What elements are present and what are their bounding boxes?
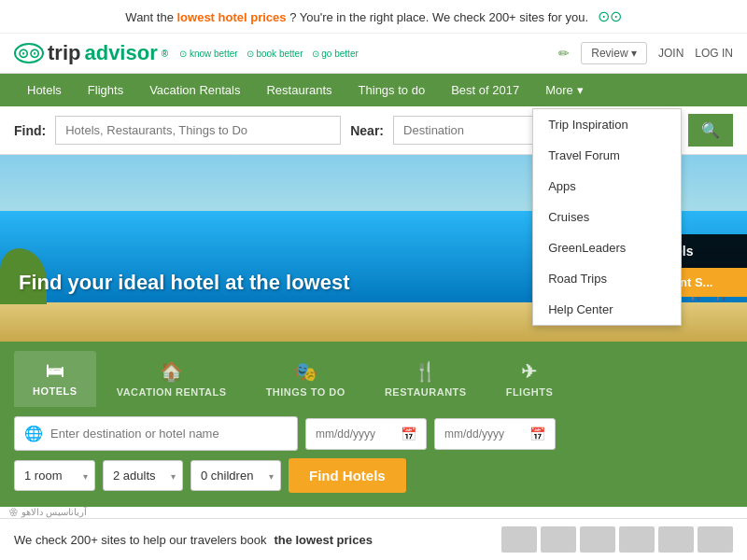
- plane-icon: ✈: [521, 360, 538, 383]
- thumb-1: [501, 526, 537, 553]
- adults-select-wrapper: 1 adult 2 adults 3 adults 4 adults ▾: [103, 460, 183, 491]
- dropdown-road-trips[interactable]: Road Trips: [533, 263, 681, 294]
- tagline-book: ⊙ book better: [247, 49, 303, 59]
- banner-text1: Want the: [125, 10, 176, 24]
- adults-select[interactable]: 1 adult 2 adults 3 adults 4 adults: [103, 460, 183, 491]
- tab-vacation-rentals[interactable]: 🏠 VACATION RENTALS: [98, 351, 246, 407]
- nav-restaurants[interactable]: Restaurants: [253, 74, 345, 106]
- logo-owl-icon: ⊙⊙: [14, 43, 44, 63]
- more-menu-wrapper: More ▾ Trip Inspiration Travel Forum App…: [532, 74, 597, 106]
- find-hotels-button[interactable]: Find Hotels: [289, 458, 406, 493]
- form-row-1: 🌐 📅 📅: [14, 416, 556, 451]
- banner-text2: ? You're in the right place. We check 20…: [289, 10, 588, 24]
- nav-hotels[interactable]: Hotels: [14, 74, 75, 106]
- header-right: ✏ Review ▾ JOIN LOG IN: [558, 42, 733, 64]
- checkin-input[interactable]: [316, 427, 401, 441]
- children-select-wrapper: 0 children 1 child 2 children 3 children…: [190, 460, 281, 491]
- nav-more[interactable]: More ▾: [532, 74, 597, 106]
- review-button[interactable]: Review ▾: [581, 42, 647, 64]
- thumb-4: [619, 526, 655, 553]
- form-row-2: 1 room 2 rooms 3 rooms ▾ 1 adult 2 adult…: [14, 458, 556, 493]
- nav-vacation-rentals[interactable]: Vacation Rentals: [136, 74, 253, 106]
- checkout-input[interactable]: [444, 427, 529, 441]
- tab-hotels[interactable]: 🛏 HOTELS: [14, 351, 96, 407]
- booking-tabs: 🛏 HOTELS 🏠 VACATION RENTALS 🎭 THINGS TO …: [14, 351, 733, 407]
- thumb-6: [698, 526, 733, 553]
- tab-hotels-label: HOTELS: [33, 385, 78, 397]
- near-label: Near:: [350, 123, 384, 138]
- join-link[interactable]: JOIN: [658, 47, 684, 60]
- logo-trip: trip: [48, 41, 80, 65]
- search-button[interactable]: 🔍: [688, 114, 733, 147]
- bed-icon: 🛏: [46, 360, 65, 382]
- thumb-5: [658, 526, 694, 553]
- destination-wrapper: 🌐: [14, 416, 298, 451]
- fork-icon: 🍴: [414, 360, 438, 383]
- bottom-banner: We check 200+ sites to help our traveler…: [0, 518, 747, 560]
- dropdown-travel-forum[interactable]: Travel Forum: [533, 140, 681, 171]
- banner-highlight: lowest hotel prices: [177, 10, 287, 24]
- tagline: ⊙ know better ⊙ book better ⊙ go better: [179, 48, 359, 59]
- tab-flights[interactable]: ✈ FLIGHTS: [487, 351, 572, 407]
- logo-area: ⊙⊙ tripadvisor® ⊙ know better ⊙ book bet…: [14, 41, 359, 65]
- more-dropdown-menu: Trip Inspiration Travel Forum Apps Cruis…: [532, 108, 682, 326]
- thumb-3: [580, 526, 615, 553]
- find-label: Find:: [14, 123, 46, 138]
- tab-vacation-rentals-label: VACATION RENTALS: [117, 386, 227, 398]
- logo-registered: ®: [162, 49, 168, 59]
- bottom-highlight: the lowest prices: [274, 533, 372, 547]
- tab-restaurants-label: RESTAURANTS: [385, 386, 467, 398]
- header: ⊙⊙ tripadvisor® ⊙ know better ⊙ book bet…: [0, 34, 747, 74]
- top-banner: Want the lowest hotel prices ? You're in…: [0, 0, 747, 34]
- rooms-select-wrapper: 1 room 2 rooms 3 rooms ▾: [14, 460, 95, 491]
- bottom-thumbnails: [501, 526, 733, 553]
- logo-advisor: advisor: [84, 41, 157, 65]
- more-label: More: [545, 83, 573, 97]
- booking-form: 🌐 📅 📅 1 room 2 rooms 3 rooms ▾: [14, 416, 556, 493]
- checkout-wrapper: 📅: [434, 418, 556, 450]
- tripadvisor-owl-icon: ⊙⊙: [598, 8, 622, 24]
- children-select[interactable]: 0 children 1 child 2 children 3 children: [190, 460, 281, 491]
- chevron-down-icon: ▾: [577, 83, 584, 97]
- dropdown-trip-inspiration[interactable]: Trip Inspiration: [533, 109, 681, 140]
- dropdown-cruises[interactable]: Cruises: [533, 202, 681, 232]
- tab-flights-label: FLIGHTS: [506, 386, 554, 398]
- checkout-calendar-icon: 📅: [529, 427, 545, 441]
- nav-things-to-do[interactable]: Things to do: [345, 74, 439, 106]
- tagline-go: ⊙ go better: [312, 49, 359, 59]
- tab-things-to-do[interactable]: 🎭 THINGS TO DO: [247, 351, 364, 407]
- dropdown-help-center[interactable]: Help Center: [533, 294, 681, 325]
- navigation: Hotels Flights Vacation Rentals Restaura…: [0, 74, 747, 106]
- rooms-select[interactable]: 1 room 2 rooms 3 rooms: [14, 460, 95, 491]
- booking-section: 🛏 HOTELS 🏠 VACATION RENTALS 🎭 THINGS TO …: [0, 342, 747, 507]
- find-input[interactable]: [55, 116, 341, 145]
- login-link[interactable]: LOG IN: [695, 47, 733, 60]
- checkin-calendar-icon: 📅: [401, 427, 416, 441]
- nav-flights[interactable]: Flights: [75, 74, 136, 106]
- globe-icon: 🌐: [24, 425, 43, 442]
- thumb-2: [541, 526, 576, 553]
- nav-best-of-2017[interactable]: Best of 2017: [438, 74, 532, 106]
- dropdown-apps[interactable]: Apps: [533, 171, 681, 202]
- house-icon: 🏠: [160, 360, 184, 383]
- checkin-wrapper: 📅: [305, 418, 427, 450]
- tab-restaurants[interactable]: 🍴 RESTAURANTS: [366, 351, 486, 407]
- hero-text: Find your ideal hotel at the lowest: [19, 271, 349, 295]
- search-icon: 🔍: [701, 122, 720, 138]
- dropdown-greenleaders[interactable]: GreenLeaders: [533, 232, 681, 263]
- ticket-icon: 🎭: [294, 360, 318, 383]
- review-label: Review: [591, 47, 627, 60]
- logo: ⊙⊙ tripadvisor®: [14, 41, 168, 65]
- destination-input[interactable]: [50, 427, 288, 441]
- bottom-text: We check 200+ sites to help our traveler…: [14, 533, 266, 547]
- tab-things-to-do-label: THINGS TO DO: [266, 386, 345, 398]
- edit-icon: ✏: [558, 46, 570, 61]
- tagline-know: ⊙ know better: [179, 49, 237, 59]
